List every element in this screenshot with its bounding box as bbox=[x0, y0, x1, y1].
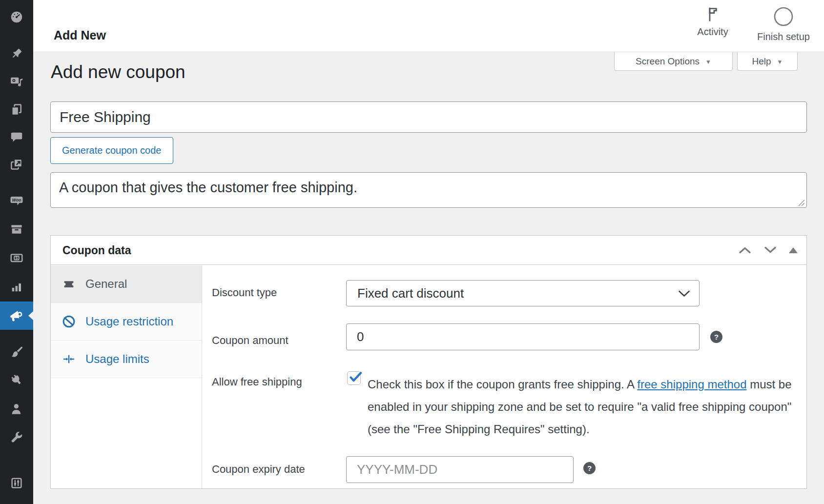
toggle-panel-icon[interactable] bbox=[789, 247, 798, 253]
sidebar-item-media[interactable] bbox=[0, 68, 33, 96]
external-link-icon bbox=[9, 157, 24, 172]
coupon-expiry-input[interactable] bbox=[346, 456, 574, 483]
megaphone-icon bbox=[8, 307, 25, 324]
tab-general-label: General bbox=[85, 277, 127, 291]
free-shipping-desc-pre: Check this box if the coupon grants free… bbox=[368, 378, 637, 391]
circle-slash-icon bbox=[62, 315, 76, 328]
dashboard-icon bbox=[9, 10, 24, 24]
sliders-icon bbox=[9, 476, 24, 490]
coupon-title-input[interactable] bbox=[50, 101, 807, 133]
plugin-icon bbox=[9, 373, 24, 387]
move-up-icon[interactable] bbox=[738, 246, 752, 254]
pushpin-icon bbox=[9, 46, 24, 61]
pages-icon bbox=[9, 102, 24, 117]
coupon-amount-input[interactable] bbox=[346, 323, 700, 350]
wrench-icon bbox=[9, 430, 24, 444]
checkmark-icon bbox=[349, 370, 362, 384]
coupon-description-textarea[interactable]: A coupon that gives the customer free sh… bbox=[50, 172, 807, 208]
setup-progress-icon bbox=[773, 6, 794, 27]
allow-free-shipping-label: Allow free shipping bbox=[212, 376, 302, 388]
help-label: Help bbox=[752, 56, 771, 67]
sidebar-item-settings[interactable] bbox=[0, 469, 33, 497]
flag-icon bbox=[705, 6, 721, 22]
generate-coupon-code-button[interactable]: Generate coupon code bbox=[50, 137, 173, 164]
screen-options-label: Screen Options bbox=[636, 56, 700, 67]
sidebar-item-pages[interactable] bbox=[0, 96, 33, 124]
payments-icon: $ bbox=[9, 251, 24, 265]
sidebar-item-products[interactable] bbox=[0, 215, 33, 243]
bar-chart-icon bbox=[9, 280, 24, 295]
tab-usage-limits[interactable]: Usage limits bbox=[51, 341, 202, 378]
coupon-data-header: Coupon data bbox=[51, 236, 806, 265]
discount-type-label: Discount type bbox=[212, 286, 277, 299]
coupon-data-tabs: General Usage restriction Usage limits bbox=[51, 265, 202, 488]
tab-general[interactable]: General bbox=[51, 265, 202, 303]
discount-type-value: Fixed cart discount bbox=[357, 286, 464, 301]
sidebar-item-external[interactable] bbox=[0, 150, 33, 179]
ticket-icon bbox=[62, 277, 76, 291]
expiry-help-icon[interactable]: ? bbox=[583, 462, 596, 474]
free-shipping-description: Check this box if the coupon grants free… bbox=[368, 373, 792, 441]
free-shipping-desc-post: must be bbox=[747, 378, 792, 391]
coupon-amount-label: Coupon amount bbox=[212, 334, 288, 347]
limit-arrows-icon bbox=[62, 352, 76, 366]
media-icon bbox=[9, 75, 24, 89]
tab-usage-restriction-label: Usage restriction bbox=[85, 315, 173, 328]
activity-label: Activity bbox=[697, 26, 728, 38]
dollar-glyph: $ bbox=[16, 256, 18, 260]
page-title: Add New bbox=[54, 28, 106, 42]
sidebar-item-woocommerce[interactable]: Woo bbox=[0, 186, 33, 215]
free-shipping-desc-line2: enabled in your shipping zone and be set… bbox=[368, 400, 791, 413]
sidebar-item-appearance[interactable] bbox=[0, 338, 33, 366]
sidebar-item-tools[interactable] bbox=[0, 423, 33, 451]
screen-options-toggle[interactable]: Screen Options ▼ bbox=[614, 52, 733, 71]
top-header-bar: Add New Activity Finish setup bbox=[33, 0, 824, 52]
user-icon bbox=[9, 402, 24, 416]
comments-icon bbox=[9, 130, 24, 144]
tab-usage-limits-label: Usage limits bbox=[85, 352, 149, 366]
coupon-expiry-label: Coupon expiry date bbox=[212, 463, 305, 476]
general-panel: Discount type Fixed cart discount Coupon… bbox=[202, 265, 806, 488]
activity-button[interactable]: Activity bbox=[688, 6, 737, 38]
help-toggle[interactable]: Help ▼ bbox=[737, 52, 798, 71]
sidebar-item-payments[interactable]: $ bbox=[0, 244, 33, 272]
archive-box-icon bbox=[9, 222, 24, 237]
finish-setup-label: Finish setup bbox=[757, 31, 810, 42]
sidebar-item-analytics[interactable] bbox=[0, 273, 33, 302]
woo-logo-text: Woo bbox=[12, 198, 21, 202]
sidebar-item-dashboard[interactable] bbox=[0, 3, 33, 31]
free-shipping-checkbox[interactable] bbox=[347, 371, 361, 385]
caret-down-icon: ▼ bbox=[777, 59, 783, 65]
discount-type-select[interactable]: Fixed cart discount bbox=[346, 280, 700, 306]
sidebar-item-users[interactable] bbox=[0, 395, 33, 423]
sidebar-item-marketing[interactable] bbox=[0, 302, 33, 330]
admin-sidebar: Woo $ bbox=[0, 0, 33, 504]
finish-setup-button[interactable]: Finish setup bbox=[751, 6, 816, 42]
move-down-icon[interactable] bbox=[763, 246, 777, 254]
coupon-data-title: Coupon data bbox=[62, 244, 131, 257]
caret-down-icon: ▼ bbox=[705, 59, 711, 65]
coupon-data-metabox: Coupon data General bbox=[50, 235, 807, 489]
chevron-down-icon bbox=[678, 290, 690, 297]
free-shipping-desc-line3: (see the "Free Shipping Requires" settin… bbox=[368, 423, 590, 436]
paintbrush-icon bbox=[9, 344, 24, 359]
page-heading: Add new coupon bbox=[51, 62, 185, 82]
sidebar-item-comments[interactable] bbox=[0, 123, 33, 151]
tab-usage-restriction[interactable]: Usage restriction bbox=[51, 303, 202, 341]
sidebar-item-posts[interactable] bbox=[0, 40, 33, 68]
sidebar-item-plugins[interactable] bbox=[0, 366, 33, 394]
woo-icon: Woo bbox=[9, 193, 24, 208]
free-shipping-method-link[interactable]: free shipping method bbox=[637, 378, 746, 391]
amount-help-icon[interactable]: ? bbox=[710, 331, 722, 343]
